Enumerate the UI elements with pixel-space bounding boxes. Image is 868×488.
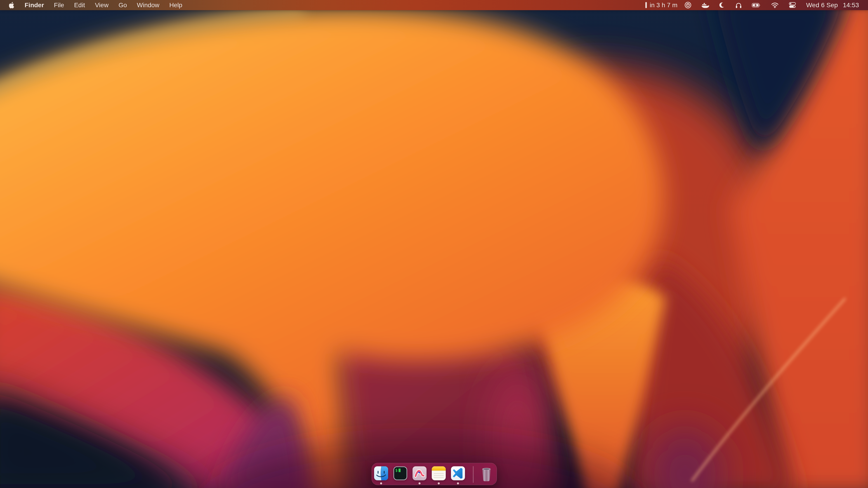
menu-bar: Finder File Edit View Go Window Help in … — [0, 0, 868, 10]
menu-item-go[interactable]: Go — [114, 0, 132, 10]
arc-browser-icon — [412, 466, 427, 481]
time-label: 14:53 — [843, 1, 859, 9]
notes-icon — [432, 466, 446, 481]
timer-status-item[interactable]: in 3 h 7 m — [645, 2, 677, 9]
headphones-icon[interactable] — [735, 2, 742, 8]
running-indicator — [438, 482, 440, 484]
battery-charging-icon[interactable] — [752, 2, 761, 8]
dock-item-notes[interactable] — [432, 466, 446, 481]
control-center-icon[interactable] — [788, 2, 796, 8]
dock: $ — [372, 463, 497, 485]
menu-item-edit[interactable]: Edit — [69, 0, 90, 10]
running-indicator — [380, 482, 382, 484]
dock-item-finder[interactable] — [374, 466, 388, 481]
terminal-icon: $ — [393, 466, 408, 481]
finder-icon — [374, 466, 388, 481]
docker-icon[interactable] — [701, 2, 710, 8]
svg-text:$: $ — [395, 468, 398, 473]
wifi-icon[interactable] — [771, 2, 779, 8]
app-menus: Finder File Edit View Go Window Help — [20, 0, 187, 10]
status-menu-extras: in 3 h 7 m — [645, 1, 868, 9]
menu-item-file[interactable]: File — [49, 0, 69, 10]
menu-item-help[interactable]: Help — [164, 0, 187, 10]
menu-item-view[interactable]: View — [90, 0, 114, 10]
timer-label: in 3 h 7 m — [650, 2, 677, 9]
dock-separator — [473, 466, 473, 483]
apple-logo-icon — [9, 1, 15, 9]
moon-icon[interactable] — [719, 2, 725, 8]
menu-item-window[interactable]: Window — [132, 0, 164, 10]
dock-item-arc[interactable] — [412, 466, 427, 481]
dock-item-terminal[interactable]: $ — [393, 466, 408, 481]
menu-item-finder[interactable]: Finder — [20, 0, 49, 10]
vscode-icon — [451, 466, 465, 481]
dock-item-vscode[interactable] — [451, 466, 465, 481]
running-indicator — [418, 482, 421, 484]
dock-apps: $ — [374, 466, 465, 481]
desktop-wallpaper — [0, 0, 868, 488]
apple-menu[interactable] — [9, 1, 15, 9]
1password-icon[interactable] — [684, 2, 691, 8]
date-label: Wed 6 Sep — [806, 1, 838, 9]
dock-item-trash[interactable] — [480, 466, 493, 482]
running-indicator — [457, 482, 459, 484]
status-pill-icon — [645, 2, 647, 8]
menu-bar-clock[interactable]: Wed 6 Sep 14:53 — [806, 1, 859, 9]
trash-icon — [480, 466, 493, 482]
